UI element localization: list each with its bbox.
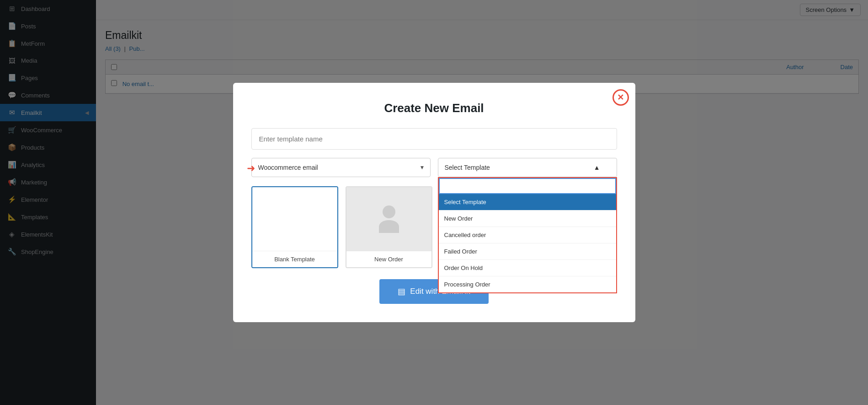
template-select-chevron: ▲ [594,164,600,171]
email-type-select-wrapper: Woocommerce email Standard email ▼ [251,158,431,177]
modal-overlay: ✕ Create New Email ➜ Woocommerce email S… [0,0,868,405]
dropdown-item-processing-order[interactable]: Processing Order [439,276,616,292]
dropdown-item-order-on-hold[interactable]: Order On Hold [439,260,616,276]
main-content: Screen Options ▼ Emailkit All (3) | Pub.… [96,0,868,405]
dropdown-item-failed-order[interactable]: Failed Order [439,243,616,260]
dropdown-item-cancelled-order[interactable]: Cancelled order [439,227,616,243]
dropdown-item-select-template[interactable]: Select Template [439,194,616,211]
close-icon: ✕ [617,92,624,103]
template-card-img-new-order [346,187,431,251]
person-head [383,205,395,218]
template-card-new-order[interactable]: New Order [346,186,432,268]
edit-button-icon: ▤ [398,286,405,297]
template-card-blank[interactable]: Blank Template [251,186,338,268]
email-type-select[interactable]: Woocommerce email Standard email [251,158,431,177]
template-name-input[interactable] [251,128,617,150]
template-select-wrapper: Select Template ▲ Select TemplateNew Ord… [438,158,617,177]
modal-selects-row: ➜ Woocommerce email Standard email ▼ Sel… [251,158,617,177]
template-card-label-new-order: New Order [346,251,431,267]
template-dropdown-list: Select TemplateNew OrderCancelled orderF… [439,194,616,292]
modal: ✕ Create New Email ➜ Woocommerce email S… [233,83,635,322]
modal-close-button[interactable]: ✕ [612,89,629,106]
person-body [379,220,399,233]
template-select-label: Select Template [445,164,490,171]
template-select-box[interactable]: Select Template ▲ [438,158,617,177]
template-dropdown-search[interactable] [439,178,616,194]
person-placeholder-icon [379,205,399,233]
template-dropdown-container: Select TemplateNew OrderCancelled orderF… [438,177,617,293]
modal-title: Create New Email [251,101,617,115]
template-card-label-blank: Blank Template [252,251,337,267]
dropdown-item-new-order[interactable]: New Order [439,211,616,227]
template-card-img-blank [252,187,337,251]
